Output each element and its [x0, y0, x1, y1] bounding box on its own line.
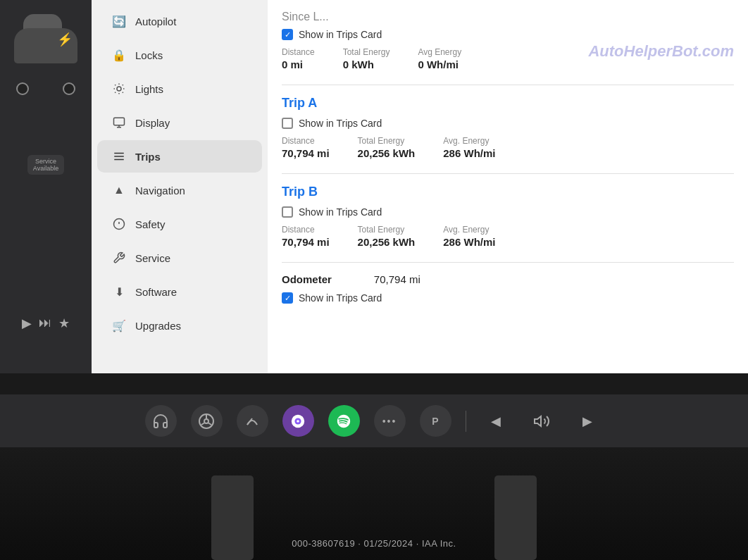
parking-icon-btn[interactable]: P [420, 405, 451, 437]
safety-icon [111, 216, 127, 232]
camera-icon-btn[interactable] [282, 405, 314, 437]
software-label: Software [135, 286, 177, 298]
sidebar-item-display[interactable]: Display [97, 106, 262, 139]
stand-right [494, 475, 537, 560]
trip-a-distance-label: Distance [282, 136, 330, 146]
service-label: Service [135, 252, 170, 264]
trip-b-energy: Total Energy 20,256 kWh [358, 225, 416, 248]
sidebar-item-upgrades[interactable]: 🛒 Upgrades [97, 309, 262, 342]
display-icon [111, 115, 127, 130]
since-distance-stat: Distance 0 mi [282, 47, 315, 70]
spotify-icon-btn[interactable] [328, 405, 360, 437]
sidebar-item-locks[interactable]: 🔒 Locks [97, 39, 262, 71]
watermark: AutoHelperBot.com [588, 42, 734, 61]
svg-line-4 [123, 92, 123, 93]
main-content-area: AutoHelperBot.com Since L... ✓ Show in T… [268, 0, 748, 373]
trip-a-section: Trip A Show in Trips Card Distance 70,79… [282, 96, 734, 159]
software-icon: ⬇ [111, 284, 127, 299]
svg-rect-9 [114, 118, 125, 125]
star-icon[interactable]: ★ [58, 316, 70, 331]
trip-a-show-label: Show in Trips Card [299, 118, 382, 129]
sidebar-item-trips[interactable]: Trips [97, 140, 262, 173]
display-label: Display [135, 117, 170, 129]
trips-label: Trips [135, 151, 161, 163]
trip-b-energy-label: Total Energy [358, 225, 416, 235]
trip-a-title: Trip A [282, 96, 734, 111]
trip-a-energy-value: 20,256 kWh [358, 147, 416, 159]
since-section: Since L... ✓ Show in Trips Card Distance… [282, 11, 734, 70]
back-icon-btn[interactable]: ◀ [480, 405, 512, 437]
steering-wheel-icon-btn[interactable] [191, 405, 223, 437]
trip-a-distance: Distance 70,794 mi [282, 136, 330, 159]
wiper-icon-btn[interactable] [237, 405, 268, 437]
trip-a-energy: Total Energy 20,256 kWh [358, 136, 416, 159]
trip-a-distance-value: 70,794 mi [282, 147, 330, 159]
since-energy-value: 0 kWh [343, 58, 390, 70]
trips-icon [111, 149, 127, 164]
trip-a-avg: Avg. Energy 286 Wh/mi [443, 136, 495, 159]
stand-left [211, 475, 254, 560]
service-badge: Service Available [27, 155, 64, 175]
trip-b-show-label: Show in Trips Card [299, 206, 382, 218]
trip-a-stats-row: Distance 70,794 mi Total Energy 20,256 k… [282, 136, 734, 159]
sidebar-item-service[interactable]: Service [97, 242, 262, 274]
taskbar: ••• P ◀ ▶ [0, 394, 748, 447]
since-label: Since L... [282, 11, 734, 23]
sidebar: 🔄 Autopilot 🔒 Locks Lig [92, 0, 268, 373]
sidebar-item-autopilot[interactable]: 🔄 Autopilot [97, 5, 262, 37]
trip-b-show-checkbox[interactable] [282, 206, 293, 218]
odometer-row: Odometer 70,794 mi [282, 273, 734, 285]
trip-b-avg-value: 286 Wh/mi [443, 236, 495, 248]
desk-area: 000-38607619 · 01/25/2024 · IAA Inc. [0, 447, 748, 560]
since-distance-label: Distance [282, 47, 315, 57]
odo-show-checkbox[interactable]: ✓ [282, 292, 293, 304]
svg-marker-24 [535, 416, 541, 426]
service-icon [111, 250, 127, 266]
footer-text: 000-38607619 · 01/25/2024 · IAA Inc. [292, 538, 456, 549]
trip-b-stats-row: Distance 70,794 mi Total Energy 20,256 k… [282, 225, 734, 248]
navigation-label: Navigation [135, 185, 185, 197]
svg-line-18 [201, 423, 204, 425]
forward-icon-btn[interactable]: ▶ [572, 405, 604, 437]
autopilot-icon: 🔄 [111, 13, 127, 29]
sidebar-item-safety[interactable]: Safety [97, 208, 262, 240]
sidebar-item-software[interactable]: ⬇ Software [97, 275, 262, 308]
odometer-value: 70,794 mi [374, 273, 420, 285]
car-image: ⚡ [11, 14, 81, 99]
charging-icon: ⚡ [57, 32, 73, 47]
svg-line-19 [208, 423, 211, 425]
svg-line-8 [123, 85, 123, 85]
navigation-icon: ▲ [111, 182, 127, 198]
volume-icon-btn[interactable] [526, 405, 558, 437]
since-distance-value: 0 mi [282, 58, 315, 70]
trip-b-distance: Distance 70,794 mi [282, 225, 330, 248]
lights-icon [111, 81, 127, 97]
since-avg-value: 0 Wh/mi [418, 58, 461, 70]
svg-point-0 [117, 87, 121, 91]
sidebar-item-navigation[interactable]: ▲ Navigation [97, 174, 262, 206]
lights-label: Lights [135, 83, 163, 95]
locks-label: Locks [135, 49, 163, 61]
since-energy-stat: Total Energy 0 kWh [343, 47, 390, 70]
autopilot-label: Autopilot [135, 15, 176, 27]
svg-line-20 [247, 418, 252, 425]
play-icon[interactable]: ▶ [22, 316, 32, 331]
trip-b-title: Trip B [282, 185, 734, 199]
since-avg-label: Avg Energy [418, 47, 461, 57]
since-show-checkbox[interactable]: ✓ [282, 29, 293, 40]
main-screen: ⚡ Service Available ▶ ⏭ ★ 🔄 Autopilot 🔒 … [0, 0, 748, 373]
taskbar-separator [466, 411, 466, 432]
sidebar-item-lights[interactable]: Lights [97, 73, 262, 105]
trip-b-distance-value: 70,794 mi [282, 236, 330, 248]
svg-point-16 [204, 419, 208, 423]
trip-a-show-checkbox[interactable] [282, 118, 293, 129]
locks-icon: 🔒 [111, 47, 127, 63]
headset-icon-btn[interactable] [145, 405, 177, 437]
trip-a-energy-label: Total Energy [358, 136, 416, 146]
trip-b-energy-value: 20,256 kWh [358, 236, 416, 248]
trip-b-section: Trip B Show in Trips Card Distance 70,79… [282, 185, 734, 248]
skip-icon[interactable]: ⏭ [39, 316, 51, 331]
since-show-row: ✓ Show in Trips Card [282, 29, 734, 40]
trip-b-show-row: Show in Trips Card [282, 206, 734, 218]
more-icon-btn[interactable]: ••• [374, 405, 406, 437]
